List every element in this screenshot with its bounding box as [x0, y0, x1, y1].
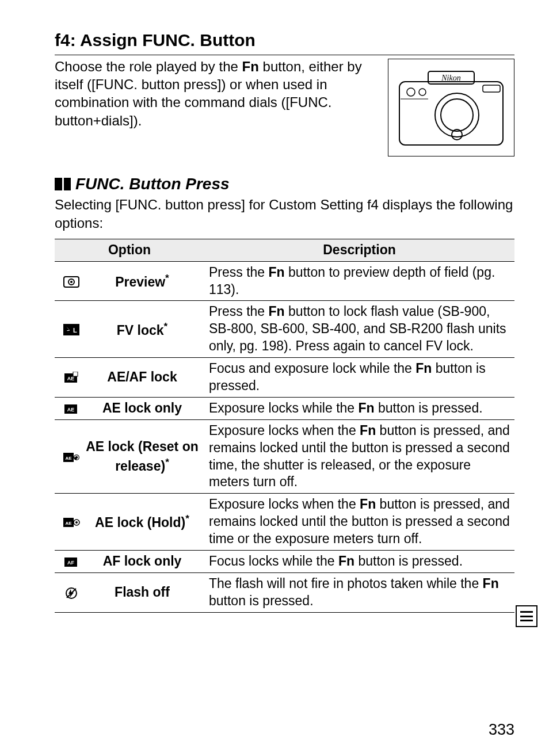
svg-point-7	[419, 89, 426, 96]
heading-rule	[55, 55, 514, 55]
subsection-heading: FUNC. Button Press	[55, 174, 514, 194]
table-row: AFAF lock onlyFocus locks while the Fn b…	[55, 551, 514, 573]
fvlock-icon: L	[55, 301, 83, 358]
svg-point-26	[75, 521, 78, 524]
svg-text:Nikon: Nikon	[441, 74, 460, 82]
option-description: Exposure locks when the Fn button is pre…	[204, 419, 514, 494]
af-icon: AF	[55, 551, 83, 573]
asterisk: *	[185, 513, 189, 524]
svg-text:AF: AF	[67, 560, 74, 566]
option-description: Focus and exposure lock while the Fn but…	[204, 358, 514, 398]
svg-text:AE: AE	[65, 521, 72, 526]
intro-pre: Choose the role played by the	[55, 59, 242, 74]
table-row: AEAE/AF lockFocus and exposure lock whil…	[55, 358, 514, 398]
asterisk: *	[165, 456, 169, 468]
aeaf-icon: AE	[55, 358, 83, 398]
table-row: AEAE lock onlyExposure locks while the F…	[55, 397, 514, 419]
svg-point-4	[441, 99, 473, 131]
svg-rect-13	[63, 324, 79, 335]
option-description: Press the Fn button to lock flash value …	[204, 301, 514, 358]
asterisk: *	[165, 272, 169, 284]
table-row: Preview*Press the Fn button to preview d…	[55, 261, 514, 301]
option-label: FV lock*	[83, 301, 204, 358]
option-label: AE/AF lock	[83, 358, 204, 398]
double-bar-icon	[55, 178, 71, 190]
flashoff-icon	[55, 572, 83, 612]
svg-point-6	[407, 88, 415, 96]
svg-rect-8	[483, 85, 500, 92]
option-description: Focus locks while the Fn button is press…	[204, 551, 514, 573]
option-label: Flash off	[83, 572, 204, 612]
fn-text: Fn	[242, 59, 259, 74]
preview-icon	[55, 261, 83, 301]
table-row: AEAE lock (Hold)*Exposure locks when the…	[55, 494, 514, 551]
svg-rect-17	[73, 372, 78, 376]
svg-point-12	[70, 281, 73, 283]
camera-illustration: Nikon	[388, 59, 514, 156]
option-label: Preview*	[83, 261, 204, 301]
subhead-text: FUNC. Button Press	[75, 174, 230, 194]
svg-text:L: L	[73, 327, 77, 334]
table-row: LFV lock*Press the Fn button to lock fla…	[55, 301, 514, 358]
option-label: AE lock only	[83, 397, 204, 419]
asterisk: *	[164, 320, 168, 332]
svg-text:AE: AE	[65, 456, 72, 461]
svg-point-3	[435, 93, 479, 137]
col-header-description: Description	[204, 239, 514, 261]
options-table: Option Description Preview*Press the Fn …	[55, 239, 514, 613]
aereset-icon: AE	[55, 419, 83, 494]
svg-text:AE: AE	[67, 407, 75, 413]
option-label: AF lock only	[83, 551, 204, 573]
menu-tab-icon	[516, 605, 537, 627]
table-row: AEAE lock (Reset on release)*Exposure lo…	[55, 419, 514, 494]
aehold-icon: AE	[55, 494, 83, 551]
option-description: Exposure locks while the Fn button is pr…	[204, 397, 514, 419]
svg-line-30	[67, 589, 76, 598]
col-header-option: Option	[55, 239, 204, 261]
camera-icon: Nikon	[394, 64, 509, 151]
table-row: Flash offThe flash will not fire in phot…	[55, 572, 514, 612]
option-description: The flash will not fire in photos taken …	[204, 572, 514, 612]
option-description: Exposure locks when the Fn button is pre…	[204, 494, 514, 551]
option-label: AE lock (Hold)*	[83, 494, 204, 551]
page-number: 333	[489, 720, 514, 740]
intro-paragraph: Choose the role played by the Fn button,…	[55, 58, 376, 129]
subhead-description: Selecting [FUNC. button press] for Custo…	[55, 196, 514, 231]
option-description: Press the Fn button to preview depth of …	[204, 261, 514, 301]
ae-icon: AE	[55, 397, 83, 419]
option-label: AE lock (Reset on release)*	[83, 419, 204, 494]
page-heading: f4: Assign FUNC. Button	[55, 29, 514, 52]
